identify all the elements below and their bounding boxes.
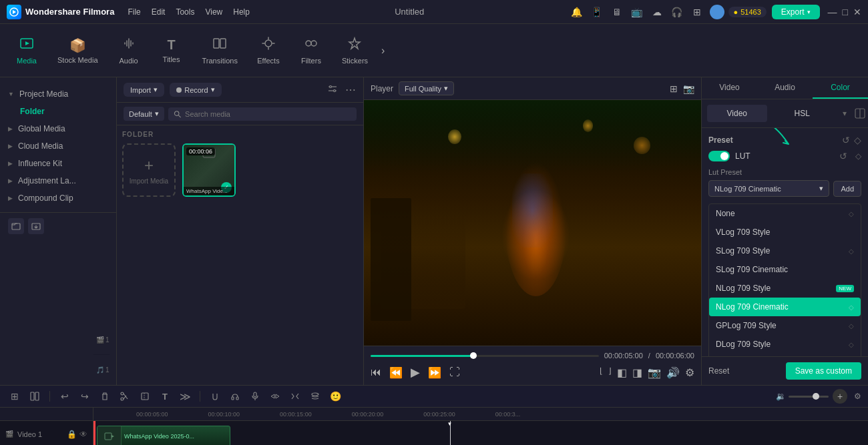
menu-edit[interactable]: Edit (152, 7, 166, 17)
volume-bar[interactable] (789, 396, 829, 398)
lut-option-dlog709[interactable]: DLog 709 Style ◇ (709, 335, 861, 354)
preset-diamond-icon[interactable]: ◇ (854, 135, 861, 145)
preset-reset-icon[interactable]: ↺ (842, 135, 850, 145)
magnet-button[interactable] (207, 388, 223, 404)
import-button[interactable]: Import ▾ (124, 83, 164, 97)
filter-settings-icon[interactable] (328, 84, 337, 95)
menu-tools[interactable]: Tools (176, 7, 194, 17)
sidebar-item-project-media[interactable]: ▼ Project Media (0, 85, 116, 103)
more-button[interactable]: ≫ (177, 388, 193, 404)
scrubber-bar[interactable] (371, 355, 599, 357)
lut-option-slog709[interactable]: SLog 709 Style ◇ (709, 242, 861, 260)
sidebar-item-cloud-media[interactable]: ▶ Cloud Media (0, 137, 116, 155)
lut-option-nlog709c[interactable]: NLog 709 Cinematic ◇ (709, 298, 861, 316)
menu-view[interactable]: View (205, 7, 222, 17)
reset-button[interactable]: Reset (708, 366, 729, 376)
transition-button[interactable] (267, 388, 283, 404)
delete-button[interactable] (97, 388, 113, 404)
sort-dropdown[interactable]: Default ▾ (124, 107, 164, 121)
lut-option-nlog709s[interactable]: NLog 709 Style NEW (709, 279, 861, 298)
settings-button[interactable]: ⚙ (685, 366, 694, 379)
media-thumbnail-whatsapp[interactable]: 00:00:06 ✓ WhatsApp Vide... (182, 143, 236, 197)
import-media-button[interactable]: + Import Media (122, 143, 176, 197)
emoji-button[interactable]: 🙂 (327, 388, 343, 404)
import-folder-button[interactable] (28, 218, 44, 234)
lut-option-gplog709[interactable]: GPLog 709 Style ◇ (709, 316, 861, 335)
undo-button[interactable]: ↩ (57, 388, 73, 404)
fullscreen-button[interactable]: ⛶ (449, 366, 460, 378)
sidebar-item-compound-clip[interactable]: ▶ Compound Clip (0, 189, 116, 207)
mark-out-button[interactable]: ◨ (632, 366, 642, 379)
cloud-icon[interactable]: ☁ (650, 5, 664, 19)
timeline-settings-icon[interactable]: ⚙ (854, 392, 861, 401)
sidebar-item-influence-kit[interactable]: ▶ Influence Kit (0, 155, 116, 172)
video-clip[interactable]: WhatsApp Video 2025-0... (97, 426, 230, 445)
close-button[interactable]: ✕ (853, 7, 861, 17)
add-track-button[interactable]: + (833, 389, 847, 404)
timeline-grid-button[interactable]: ⊞ (7, 388, 23, 404)
redo-button[interactable]: ↪ (77, 388, 93, 404)
microphone-button[interactable] (247, 388, 263, 404)
menu-help[interactable]: Help (233, 7, 250, 17)
hsl-subtab[interactable]: HSL (773, 105, 833, 122)
headphone-button[interactable] (227, 388, 243, 404)
new-folder-button[interactable] (8, 218, 24, 234)
tab-audio[interactable]: Audio (757, 77, 813, 99)
text-button[interactable]: T (157, 388, 173, 404)
toolbar-audio[interactable]: Audio (109, 31, 149, 70)
screen-icon[interactable]: 📺 (630, 5, 644, 19)
lut-keyframe-icon[interactable]: ◇ (855, 151, 861, 161)
toolbar-effects[interactable]: Effects (248, 31, 288, 70)
toolbar-transitions[interactable]: Transitions (194, 31, 246, 70)
cut-button[interactable] (117, 388, 133, 404)
toolbar-media[interactable]: Media (7, 31, 47, 70)
crop-button[interactable] (137, 388, 153, 404)
grid-view-icon[interactable]: ⊞ (670, 83, 678, 94)
volume-button[interactable]: 🔊 (666, 366, 680, 379)
menu-file[interactable]: File (128, 7, 140, 17)
basic-subtab[interactable]: Video (707, 105, 767, 122)
toolbar-stickers[interactable]: Stickers (334, 31, 376, 70)
grid-icon[interactable]: ⊞ (690, 5, 704, 19)
toolbar-stock-media[interactable]: 📦 Stock Media (49, 32, 106, 69)
minimize-button[interactable]: — (828, 7, 837, 17)
mark-in-button[interactable]: ◧ (617, 366, 627, 379)
lut-option-vlog709[interactable]: VLog 709 Style (709, 223, 861, 242)
lut-add-button[interactable]: Add (833, 181, 861, 197)
step-forward-button[interactable]: ⏩ (428, 366, 441, 379)
volume-thumb[interactable] (813, 393, 819, 400)
layer-button[interactable] (307, 388, 323, 404)
step-back-button[interactable]: ⏪ (389, 366, 403, 379)
user-avatar[interactable] (710, 5, 724, 19)
lut-option-none[interactable]: None ◇ (709, 204, 861, 223)
quality-dropdown[interactable]: Full Quality ▾ (399, 81, 454, 95)
toolbar-filters[interactable]: Filters (291, 31, 331, 70)
split-button[interactable] (287, 388, 303, 404)
scrubber-thumb[interactable] (470, 352, 477, 359)
tab-color[interactable]: Color (813, 77, 868, 99)
export-button[interactable]: Export ▾ (772, 5, 820, 19)
notification-icon[interactable]: 🔔 (570, 5, 584, 19)
audio-icon[interactable]: 🎧 (670, 5, 684, 19)
toolbar-expand-button[interactable]: › (381, 45, 385, 57)
timeline-snap-button[interactable] (27, 388, 43, 404)
camera-snapshot[interactable]: 📷 (648, 366, 661, 379)
tab-video[interactable]: Video (702, 77, 757, 99)
snapshot-icon[interactable]: 📷 (683, 83, 694, 94)
monitor-icon[interactable]: 🖥 (610, 5, 624, 19)
lut-toggle[interactable] (708, 151, 730, 161)
search-input[interactable] (185, 110, 351, 118)
sidebar-item-global-media[interactable]: ▶ Global Media (0, 120, 116, 137)
more-options-icon[interactable]: ⋯ (345, 83, 357, 96)
lut-reset-icon[interactable]: ↺ (839, 151, 847, 161)
lut-option-slog709c[interactable]: SLog 709 Cinematic (709, 260, 861, 279)
cut-mark-right[interactable]: ⌋ (608, 366, 612, 379)
device-icon[interactable]: 📱 (590, 5, 604, 19)
video-eye-icon[interactable]: 👁 (79, 430, 87, 439)
sidebar-item-folder[interactable]: Folder (0, 103, 116, 120)
cut-mark-left[interactable]: ⌊ (600, 366, 603, 379)
lut-preset-dropdown[interactable]: NLog 709 Cinematic ▾ (708, 180, 829, 197)
sidebar-item-adjustment[interactable]: ▶ Adjustment La... (0, 172, 116, 189)
play-button[interactable]: ▶ (411, 365, 420, 380)
record-button[interactable]: Record ▾ (170, 83, 221, 97)
